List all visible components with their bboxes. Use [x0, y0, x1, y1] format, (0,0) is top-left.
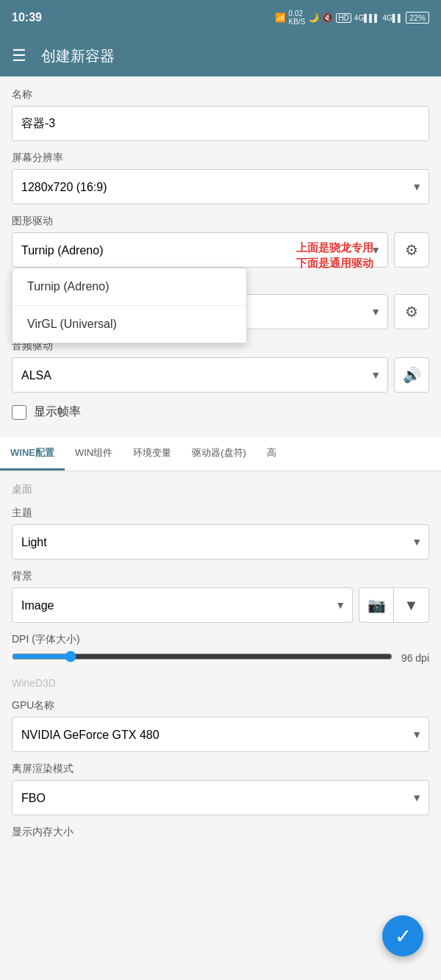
app-bar: ☰ 创建新容器 [0, 35, 441, 76]
signal-4g-icon: 4G▌▌▌ [354, 14, 380, 22]
status-right: 📶 0.02KB/S 🌙 🔇 HD 4G▌▌▌ 4G▌▌ 22% [275, 10, 429, 26]
fps-checkbox[interactable] [12, 405, 26, 420]
graphics-option-turnip[interactable]: Turnip (Adreno) [12, 268, 246, 305]
audio-select[interactable]: ALSA PulseAudio [12, 357, 388, 393]
vram-input-cutoff [12, 843, 429, 855]
dpi-label: DPI (字体大小) [12, 633, 429, 646]
audio-select-wrapper: ALSA PulseAudio ▼ [12, 357, 388, 393]
hd-badge: HD [336, 13, 351, 23]
bg-select-wrapper: Image Color None ▼ [12, 587, 353, 623]
wined3d-section-label: WineD3D [12, 677, 429, 689]
dpi-value-label: 96 dpi [401, 652, 429, 664]
graphics-settings-icon-btn[interactable]: ⚙ [394, 232, 429, 268]
gpu-select-wrapper: NVIDIA GeForce GTX 480 Intel HD Graphics… [12, 717, 429, 752]
tab-wine-config[interactable]: WINE配置 [0, 437, 65, 471]
graphics-annotation: 上面是骁龙专用下面是通用驱动 [296, 240, 373, 271]
audio-row: ALSA PulseAudio ▼ 🔊 [12, 357, 429, 393]
status-time: 10:39 [12, 11, 42, 24]
form-content: 名称 屏幕分辨率 1280x720 (16:9) 1920x1080 (16:9… [0, 76, 441, 437]
audio-settings-btn[interactable]: 🔊 [394, 357, 429, 393]
hamburger-menu-icon[interactable]: ☰ [12, 46, 26, 65]
gpu-label: GPU名称 [12, 699, 429, 712]
desktop-section-header: 桌面 [12, 483, 429, 496]
tabs-container: WINE配置 WIN组件 环境变量 驱动器(盘符) 高 [0, 437, 441, 471]
bg-dropdown-btn[interactable]: ▼ [394, 587, 429, 623]
audio-speaker-icon: 🔊 [403, 366, 421, 384]
bg-row: Image Color None ▼ 📷 ▼ [12, 587, 429, 623]
signal-4g2-icon: 4G▌▌ [382, 14, 403, 22]
name-input[interactable] [12, 106, 429, 141]
dpi-slider-row: 96 dpi [12, 651, 429, 665]
resolution-select-wrapper: 1280x720 (16:9) 1920x1080 (16:9) 800x600… [12, 169, 429, 204]
name-label: 名称 [12, 88, 429, 101]
bg-camera-icon: 📷 [368, 596, 386, 614]
render-select-wrapper: FBO Backbuffer pbuffer ▼ [12, 780, 429, 815]
theme-label: 主题 [12, 507, 429, 520]
data-speed: 0.02KB/S [289, 10, 306, 26]
tab-drives[interactable]: 驱动器(盘符) [182, 437, 257, 471]
tab-win-components[interactable]: WIN组件 [65, 437, 123, 471]
bg-action-btns: 📷 ▼ [359, 587, 429, 623]
check-icon: ✓ [395, 924, 412, 948]
bg-image-btn[interactable]: 📷 [359, 587, 394, 623]
moon-icon: 🌙 [308, 12, 319, 23]
tab-advanced[interactable]: 高 [257, 437, 287, 471]
graphics-label: 图形驱动 [12, 215, 429, 228]
tab-env-vars[interactable]: 环境变量 [123, 437, 182, 471]
bg-select[interactable]: Image Color None [12, 587, 353, 623]
graphics-option-virgl[interactable]: VirGL (Universal) [12, 305, 246, 343]
bg-label: 背景 [12, 570, 429, 583]
battery-icon: 22% [406, 12, 429, 24]
render-select[interactable]: FBO Backbuffer pbuffer [12, 780, 429, 815]
resolution-select[interactable]: 1280x720 (16:9) 1920x1080 (16:9) 800x600… [12, 169, 429, 204]
theme-select-wrapper: Light Dark ▼ [12, 524, 429, 559]
fps-checkbox-row: 显示帧率 [12, 404, 429, 420]
theme-select[interactable]: Light Dark [12, 524, 429, 559]
mute-icon: 🔇 [322, 12, 333, 23]
status-bar: 10:39 📶 0.02KB/S 🌙 🔇 HD 4G▌▌▌ 4G▌▌ 22% [0, 0, 441, 35]
graphics-gear-icon: ⚙ [405, 241, 418, 259]
app-title: 创建新容器 [41, 46, 115, 66]
render-label: 离屏渲染模式 [12, 762, 429, 776]
graphics-dropdown-popup: Turnip (Adreno) VirGL (Universal) [12, 268, 247, 343]
gpu-select[interactable]: NVIDIA GeForce GTX 480 Intel HD Graphics [12, 717, 429, 752]
dpi-slider-wrapper [12, 651, 392, 665]
bg-chevron-icon: ▼ [404, 597, 419, 614]
data-speed-icon: 📶 [275, 12, 286, 23]
dpi-slider[interactable] [12, 651, 392, 662]
graphics-select-wrapper: Turnip (Adreno) VirGL (Universal) ▼ Turn… [12, 232, 388, 268]
d-driver-gear-icon: ⚙ [405, 303, 418, 321]
fps-label[interactable]: 显示帧率 [34, 404, 81, 420]
wine-config-section: 桌面 主题 Light Dark ▼ 背景 Image Color None ▼… [0, 483, 441, 926]
graphics-row: Turnip (Adreno) VirGL (Universal) ▼ Turn… [12, 232, 429, 268]
d-driver-settings-btn[interactable]: ⚙ [394, 294, 429, 329]
vram-label: 显示内存大小 [12, 826, 429, 839]
resolution-label: 屏幕分辨率 [12, 151, 429, 165]
confirm-fab[interactable]: ✓ [382, 915, 423, 956]
